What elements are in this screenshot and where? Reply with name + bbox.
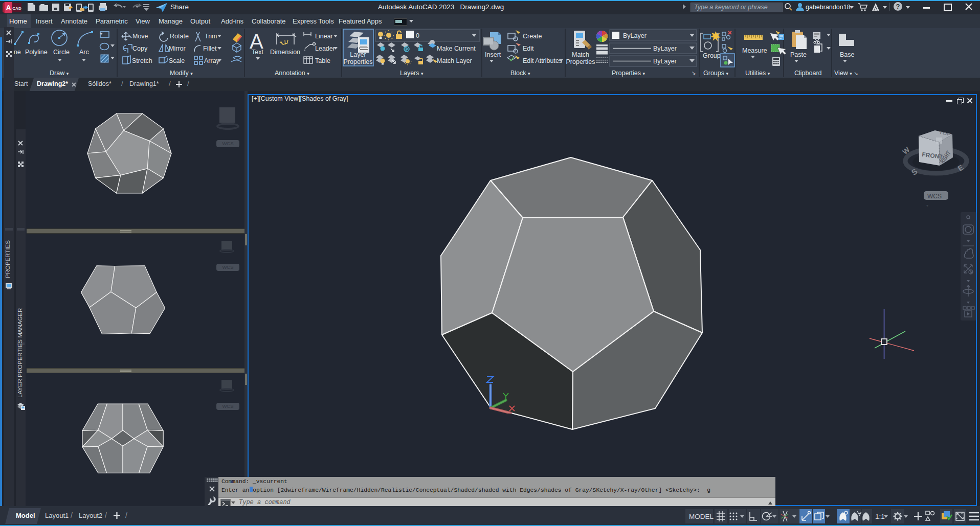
svg-text:Properties: Properties — [344, 58, 373, 65]
svg-text:ByLayer: ByLayer — [653, 45, 677, 52]
svg-text:Polyline: Polyline — [25, 49, 48, 56]
svg-text:Array: Array — [204, 57, 220, 64]
svg-text:Leader: Leader — [315, 45, 335, 52]
svg-text:Base: Base — [840, 51, 855, 58]
svg-text:Group: Group — [703, 52, 721, 59]
svg-text:A: A — [6, 4, 11, 12]
svg-text:Circle: Circle — [53, 49, 70, 56]
svg-text:Properties: Properties — [566, 58, 595, 65]
svg-text:Text: Text — [252, 49, 263, 56]
svg-text:Trim: Trim — [205, 33, 217, 40]
svg-text:Create: Create — [523, 33, 542, 40]
svg-text:Paste: Paste — [790, 51, 807, 58]
svg-text:Table: Table — [315, 57, 330, 64]
svg-text:Copy: Copy — [132, 45, 148, 52]
svg-text:Scale: Scale — [169, 57, 185, 64]
svg-text:Fillet: Fillet — [203, 45, 217, 52]
svg-text:Rotate: Rotate — [170, 33, 189, 40]
svg-text:Move: Move — [132, 33, 148, 40]
svg-text:Edit: Edit — [523, 45, 534, 52]
svg-text:MODEL: MODEL — [689, 513, 714, 520]
svg-text:Stretch: Stretch — [132, 57, 152, 64]
svg-text:ByLayer: ByLayer — [653, 58, 677, 65]
svg-text:Layer: Layer — [350, 51, 366, 58]
svg-text:Arc: Arc — [79, 49, 89, 56]
svg-text:Mirror: Mirror — [169, 45, 186, 52]
svg-text:Match Layer: Match Layer — [437, 57, 472, 64]
svg-text:1:1: 1:1 — [875, 513, 885, 520]
svg-text:Insert: Insert — [485, 51, 501, 58]
svg-text:Match: Match — [572, 51, 589, 58]
svg-text:Measure: Measure — [742, 47, 767, 54]
svg-text:Edit Attributes: Edit Attributes — [523, 57, 562, 64]
svg-text:0: 0 — [416, 32, 419, 39]
svg-text:ByLayer: ByLayer — [623, 32, 647, 39]
svg-text:Dimension: Dimension — [270, 49, 300, 56]
svg-text:Make Current: Make Current — [437, 45, 476, 52]
svg-text:CAD: CAD — [12, 6, 21, 11]
svg-text:Linear: Linear — [315, 33, 333, 40]
